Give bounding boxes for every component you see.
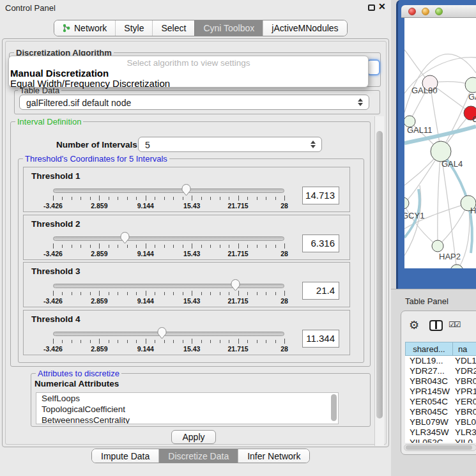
- network-node-ga[interactable]: [465, 77, 476, 93]
- cell-shared-name[interactable]: YDR27...: [405, 366, 453, 376]
- tab-discretize-data[interactable]: Discretize Data: [158, 449, 238, 463]
- spinner-up-icon: [358, 98, 363, 102]
- tab-label: Cyni Toolbox: [203, 23, 254, 33]
- cell-shared-name[interactable]: YIL052C: [405, 438, 453, 443]
- number-of-intervals-label: Number of Intervals: [56, 140, 137, 150]
- threshold-value-field[interactable]: 14.713: [302, 187, 339, 204]
- threshold-value-field[interactable]: 6.316: [302, 234, 339, 252]
- column-header-name[interactable]: na: [453, 342, 476, 356]
- split-columns-icon[interactable]: [429, 320, 443, 331]
- float-window-icon[interactable]: [368, 4, 375, 11]
- cell-shared-name[interactable]: YPR145W: [405, 387, 453, 397]
- slider-tick: [146, 196, 146, 201]
- attribute-list-item[interactable]: SelfLoops: [36, 393, 338, 404]
- select-columns-icon[interactable]: ☑☑: [449, 320, 460, 329]
- cell-shared-name[interactable]: YER054C: [405, 397, 453, 407]
- cell-name[interactable]: YBR0: [453, 407, 476, 417]
- slider-tick: [127, 197, 128, 200]
- dropdown-item-hint[interactable]: Select algorithm to view settings: [9, 58, 368, 68]
- cell-name[interactable]: YDR2: [453, 366, 476, 376]
- slider-track[interactable]: [53, 188, 284, 193]
- network-node-hap2[interactable]: [432, 240, 443, 252]
- cell-shared-name[interactable]: YLR345W: [405, 427, 453, 438]
- cell-name[interactable]: YDL1: [453, 356, 476, 366]
- cell-name[interactable]: YPR1: [453, 387, 476, 397]
- slider-tick: [127, 340, 128, 343]
- slider-thumb[interactable]: [120, 231, 130, 244]
- slider-thumb[interactable]: [181, 183, 191, 196]
- slider-tick: [257, 245, 257, 248]
- table-data-combobox[interactable]: galFiltered.sif default node: [19, 95, 369, 110]
- numerical-attributes-list[interactable]: SelfLoopsTopologicalCoefficientBetweenne…: [36, 392, 339, 424]
- tab-infer-network[interactable]: Infer Network: [238, 449, 309, 463]
- slider-track[interactable]: [53, 236, 284, 241]
- cell-shared-name[interactable]: YBR043C: [405, 376, 453, 387]
- cell-shared-name[interactable]: YBR045C: [405, 407, 453, 417]
- cell-name[interactable]: YLR3: [453, 427, 476, 438]
- dropdown-item-manual-discretization[interactable]: Manual Discretization: [10, 68, 109, 79]
- algorithm-combobox[interactable]: [367, 59, 380, 75]
- table-row[interactable]: YDL19...YDL1: [405, 356, 476, 366]
- slider-thumb[interactable]: [157, 326, 167, 339]
- table-row[interactable]: YPR145WYPR1: [405, 387, 476, 397]
- table-row[interactable]: YDR27...YDR2: [405, 366, 476, 376]
- number-of-intervals-combobox[interactable]: 5: [138, 137, 322, 152]
- table-row[interactable]: YLR345WYLR3: [405, 427, 476, 438]
- horizontal-scrollbar[interactable]: [404, 444, 476, 451]
- tab-label: Discretize Data: [168, 451, 229, 461]
- threshold-2-panel: Threshold 2-3.4262.8599.14415.4321.71528…: [23, 215, 350, 260]
- slider-track[interactable]: [53, 284, 284, 288]
- attributes-scrollbar-thumb[interactable]: [331, 394, 337, 421]
- tab-network[interactable]: Network: [54, 20, 115, 36]
- zoom-traffic-light-icon[interactable]: [435, 8, 443, 15]
- slider-thumb[interactable]: [231, 279, 240, 291]
- cell-shared-name[interactable]: YDL19...: [405, 356, 453, 366]
- table-row[interactable]: YBR043CYBR0: [405, 376, 476, 387]
- horizontal-scrollbar-thumb[interactable]: [406, 445, 472, 450]
- column-header-shared-name[interactable]: shared...: [405, 342, 453, 356]
- slider-tick: [247, 340, 248, 343]
- cell-name[interactable]: YBL0: [453, 417, 476, 427]
- network-window-titlebar[interactable]: [401, 5, 476, 18]
- apply-button[interactable]: Apply: [171, 430, 216, 444]
- close-traffic-light-icon[interactable]: [408, 8, 416, 15]
- close-icon[interactable]: ✕: [378, 1, 386, 12]
- spinner-down-icon: [311, 145, 316, 148]
- tab-cyni-toolbox[interactable]: Cyni Toolbox: [194, 20, 263, 36]
- slider-tick-label: 15.43: [183, 202, 200, 210]
- table-row[interactable]: YIL052CYIL0: [405, 438, 476, 443]
- attributes-group-title: Attributes to discretize: [36, 369, 121, 378]
- network-nodes: [404, 75, 476, 268]
- network-node[interactable]: [450, 265, 463, 268]
- cell-name[interactable]: YIL0: [453, 438, 476, 443]
- minimize-traffic-light-icon[interactable]: [422, 8, 429, 15]
- gear-icon[interactable]: ⚙: [409, 318, 419, 332]
- table-row[interactable]: YER054CYER0: [405, 397, 476, 407]
- slider-tick: [201, 197, 202, 200]
- tab-impute-data[interactable]: Impute Data: [92, 449, 158, 463]
- slider-tick: [275, 292, 276, 295]
- table-row[interactable]: YBR045CYBR0: [405, 407, 476, 417]
- cell-name[interactable]: YER0: [453, 397, 476, 407]
- slider-tick: [266, 292, 266, 295]
- vertical-scrollbar[interactable]: [374, 116, 384, 446]
- node-label: GAL11: [407, 125, 433, 135]
- slider-tick: [109, 292, 109, 295]
- tab-select[interactable]: Select: [152, 20, 194, 36]
- attribute-list-item[interactable]: BetweennessCentrality: [36, 415, 338, 424]
- cell-name[interactable]: YBR0: [453, 376, 476, 387]
- slider-tick: [146, 291, 146, 296]
- attribute-list-item[interactable]: TopologicalCoefficient: [36, 404, 338, 415]
- table-row[interactable]: YBL079WYBL0: [405, 417, 476, 427]
- slider-tick: [90, 340, 91, 343]
- threshold-value-field[interactable]: 11.344: [302, 330, 339, 348]
- threshold-value-field[interactable]: 21.4: [302, 282, 339, 300]
- tab-style[interactable]: Style: [115, 20, 152, 36]
- slider-tick: [220, 245, 220, 248]
- slider-track[interactable]: [53, 332, 284, 336]
- dropdown-item-equal-width-frequency[interactable]: Equal Width/Frequency Discretization: [10, 78, 170, 89]
- cell-shared-name[interactable]: YBL079W: [405, 417, 453, 427]
- tab-jactivemnodules[interactable]: jActiveMNodules: [263, 20, 346, 36]
- network-canvas[interactable]: GAL80GACGAL11GAL4GCY1HHAP2: [404, 18, 476, 268]
- scrollbar-thumb[interactable]: [376, 131, 383, 418]
